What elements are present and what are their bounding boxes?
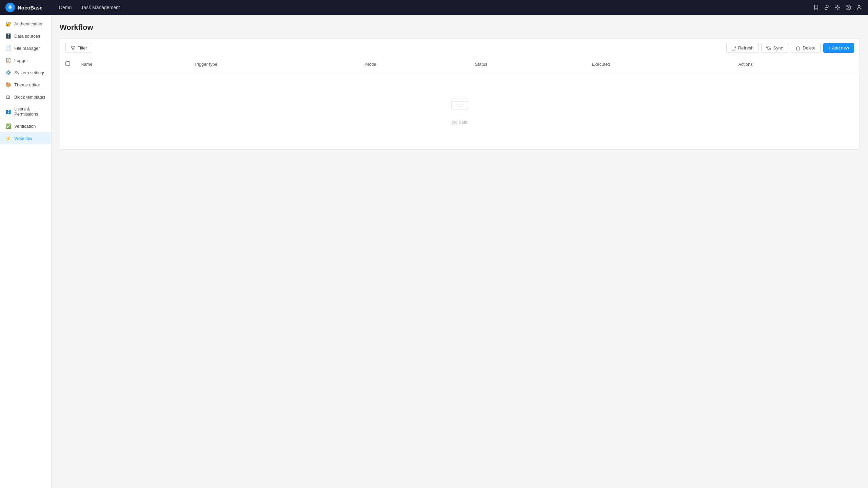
add-new-button[interactable]: + Add new <box>823 43 854 53</box>
sidebar-item-block-templates[interactable]: ⊞ Block templates <box>0 91 51 103</box>
file-manager-icon: 📄 <box>5 45 11 51</box>
sync-label: Sync <box>773 45 783 50</box>
add-new-label: + Add new <box>828 45 849 50</box>
logo[interactable]: NocoBase <box>5 3 50 12</box>
sidebar-item-workflow[interactable]: ⚡ Workflow <box>0 132 51 144</box>
column-name: Name <box>75 57 189 71</box>
empty-state-cell: No data <box>60 71 860 149</box>
sidebar-item-label: Authentication <box>14 21 42 26</box>
sidebar-item-label: Block templates <box>14 95 45 100</box>
sidebar-item-label: Users & Permissions <box>14 106 46 117</box>
settings-icon[interactable] <box>834 4 841 11</box>
workflow-icon: ⚡ <box>5 136 11 141</box>
table-header-row: Name Trigger type Mode Status Executed <box>60 57 860 71</box>
sidebar: 🔐 Authentication 🗄️ Data sources 📄 File … <box>0 15 52 488</box>
workflow-table: Name Trigger type Mode Status Executed <box>60 57 860 149</box>
sidebar-item-label: Data sources <box>14 34 40 39</box>
delete-label: Delete <box>803 45 815 50</box>
logger-icon: 📋 <box>5 58 11 63</box>
toolbar-left: Filter <box>65 43 92 53</box>
main-content: Workflow Filter <box>52 15 868 488</box>
sync-icon <box>766 46 771 50</box>
svg-point-3 <box>848 9 849 9</box>
block-templates-icon: ⊞ <box>5 94 11 100</box>
table-header: Name Trigger type Mode Status Executed <box>60 57 860 71</box>
sidebar-item-users-permissions[interactable]: 👥 Users & Permissions <box>0 103 51 120</box>
nav-right-icons <box>812 4 863 11</box>
empty-state: No data <box>65 75 854 145</box>
sidebar-item-label: File manager <box>14 46 40 51</box>
delete-button[interactable]: Delete <box>791 43 821 53</box>
column-checkbox <box>60 57 75 71</box>
sidebar-item-label: Logger <box>14 58 28 63</box>
system-settings-icon: ⚙️ <box>5 70 11 75</box>
refresh-label: Refresh <box>738 45 754 50</box>
sidebar-item-logger[interactable]: 📋 Logger <box>0 54 51 66</box>
link-icon[interactable] <box>823 4 830 11</box>
workflow-table-container: Filter Refresh <box>60 39 860 150</box>
data-sources-icon: 🗄️ <box>5 33 11 39</box>
top-navigation: NocoBase Demo Task Management <box>0 0 868 15</box>
nav-tab-demo[interactable]: Demo <box>55 3 76 12</box>
column-trigger-type: Trigger type <box>189 57 360 71</box>
refresh-button[interactable]: Refresh <box>726 43 759 53</box>
svg-point-4 <box>858 5 860 7</box>
select-all-checkbox[interactable] <box>65 61 70 66</box>
table-toolbar: Filter Refresh <box>60 39 860 57</box>
user-icon[interactable] <box>856 4 863 11</box>
svg-rect-5 <box>796 47 800 47</box>
svg-point-1 <box>837 7 839 8</box>
table-body: No data <box>60 71 860 149</box>
sync-button[interactable]: Sync <box>761 43 788 53</box>
main-layout: 🔐 Authentication 🗄️ Data sources 📄 File … <box>0 15 868 488</box>
no-data-text: No data <box>452 120 468 125</box>
theme-editor-icon: 🎨 <box>5 82 11 87</box>
column-executed: Executed <box>586 57 733 71</box>
filter-button[interactable]: Filter <box>65 43 92 53</box>
page-title: Workflow <box>60 23 860 32</box>
sidebar-item-theme-editor[interactable]: 🎨 Theme editor <box>0 79 51 91</box>
sidebar-item-label: System settings <box>14 70 45 75</box>
sidebar-item-label: Theme editor <box>14 82 40 87</box>
delete-icon <box>796 46 801 50</box>
empty-state-row: No data <box>60 71 860 149</box>
column-status: Status <box>470 57 587 71</box>
users-permissions-icon: 👥 <box>5 109 11 114</box>
verification-icon: ✅ <box>5 123 11 129</box>
sidebar-item-label: Verification <box>14 124 36 129</box>
refresh-icon <box>731 46 736 50</box>
sidebar-item-label: Workflow <box>14 136 32 141</box>
toolbar-right: Refresh Sync <box>726 43 854 53</box>
filter-label: Filter <box>77 45 87 50</box>
column-actions: Actions <box>733 57 860 71</box>
app-name: NocoBase <box>18 5 42 11</box>
svg-rect-8 <box>457 106 462 107</box>
sidebar-item-authentication[interactable]: 🔐 Authentication <box>0 18 51 30</box>
sidebar-item-system-settings[interactable]: ⚙️ System settings <box>0 66 51 79</box>
no-data-icon <box>450 96 469 116</box>
sidebar-item-file-manager[interactable]: 📄 File manager <box>0 42 51 54</box>
svg-rect-7 <box>456 104 464 105</box>
nav-tabs: Demo Task Management <box>55 3 807 12</box>
nav-tab-task-management[interactable]: Task Management <box>77 3 124 12</box>
authentication-icon: 🔐 <box>5 21 11 26</box>
bookmark-icon[interactable] <box>812 4 819 11</box>
column-mode: Mode <box>360 57 469 71</box>
filter-icon <box>71 46 75 50</box>
sidebar-item-verification[interactable]: ✅ Verification <box>0 120 51 132</box>
help-icon[interactable] <box>845 4 852 11</box>
sidebar-item-data-sources[interactable]: 🗄️ Data sources <box>0 30 51 42</box>
